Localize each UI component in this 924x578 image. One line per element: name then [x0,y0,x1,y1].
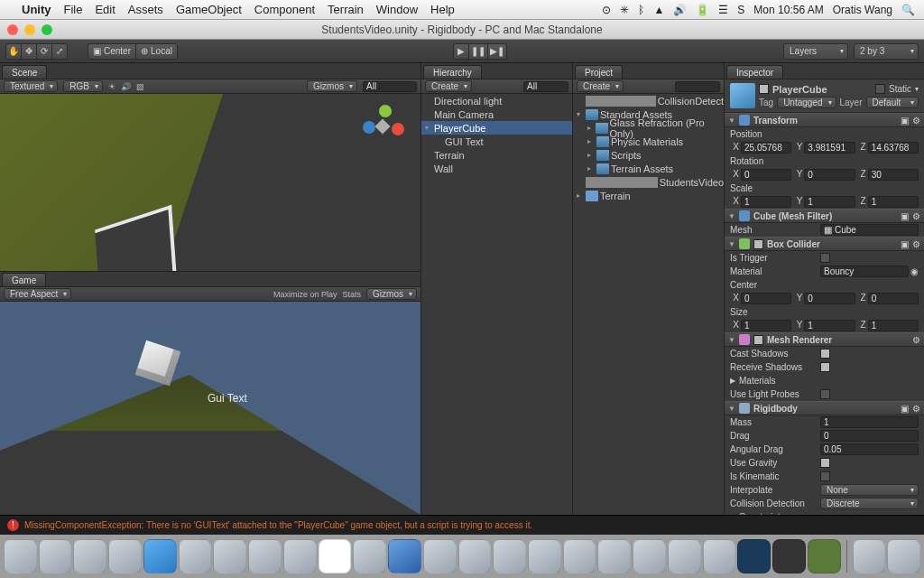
dock-ichat-icon[interactable] [493,539,526,573]
menu-file[interactable]: File [64,3,83,16]
rotate-tool-button[interactable]: ⟳ [36,43,52,60]
menu-component[interactable]: Component [254,3,315,16]
rotation-z-input[interactable]: 30 [868,169,919,181]
iskinematic-checkbox[interactable] [820,471,830,481]
minimize-window-button[interactable] [24,24,35,35]
orientation-gizmo[interactable] [361,105,404,148]
scale-y-input[interactable]: 1 [804,196,855,208]
console-bar[interactable]: ! MissingComponentException: There is no… [0,515,924,535]
project-item[interactable]: StudentsVideo [573,175,724,189]
component-menu-icon[interactable]: ⚙ [912,335,920,345]
dock-chrome-icon[interactable] [597,539,631,573]
dock-contacts-icon[interactable] [283,539,317,573]
dock-app-icon[interactable] [423,539,457,573]
istrigger-checkbox[interactable] [820,253,830,263]
app-menu[interactable]: Unity [22,3,51,16]
mass-input[interactable]: 1 [820,416,919,428]
pause-button[interactable]: ❚❚ [468,43,488,60]
object-picker-icon[interactable]: ◉ [910,266,919,276]
position-x-input[interactable]: 25.05768 [741,142,791,154]
space-toggle[interactable]: ⊕Local [135,43,178,60]
tab-inspector[interactable]: Inspector [726,65,783,79]
dock-calendar-icon[interactable] [319,539,352,573]
project-tree[interactable]: CollisionDetect ▾Standard Assets ▸Glass … [573,94,724,515]
scene-search[interactable]: All [363,81,417,92]
menubar-extra-icon[interactable]: ⊙ [602,4,611,16]
dock-unity-icon[interactable] [772,539,806,573]
dock-photoshop-icon[interactable] [737,539,771,573]
materials-label[interactable]: Materials [739,376,829,386]
translate-gizmo[interactable] [81,261,171,271]
tab-scene[interactable]: Scene [2,65,47,79]
play-button[interactable]: ▶ [453,43,469,60]
collisiondetection-dropdown[interactable]: Discrete [820,498,919,509]
scene-audio-toggle[interactable]: 🔊 [121,82,131,91]
zoom-window-button[interactable] [42,24,52,35]
project-search[interactable] [675,81,720,92]
dock-appstore-icon[interactable] [108,539,142,573]
project-create-dropdown[interactable]: Create [577,80,624,92]
menu-edit[interactable]: Edit [95,3,115,16]
menubar-user[interactable]: Oratis Wang [833,4,892,16]
tab-project[interactable]: Project [575,65,623,79]
dock-mail-icon[interactable] [248,539,282,573]
menubar-bluetooth-icon[interactable]: ᛒ [638,4,644,16]
dock-app-icon[interactable] [528,539,561,573]
help-icon[interactable]: ▣ [901,239,909,249]
dock-folder-icon[interactable] [853,539,886,573]
dock-qq-icon[interactable] [703,539,736,573]
menubar-volume-icon[interactable]: 🔊 [673,4,687,16]
tab-hierarchy[interactable]: Hierarchy [423,65,482,79]
gameobject-active-checkbox[interactable] [759,84,769,94]
rotation-x-input[interactable]: 0 [741,169,791,181]
layers-dropdown[interactable]: Layers [783,43,848,60]
mesh-field[interactable]: ▦Cube [820,224,919,236]
tab-game[interactable]: Game [2,273,46,286]
gameobject-icon[interactable] [730,83,755,108]
project-item[interactable]: ▸Glass Refraction (Pro Only) [573,121,724,135]
dock-finder-icon[interactable] [4,539,37,573]
hierarchy-tree[interactable]: Directional light Main Camera ▾PlayerCub… [421,94,572,515]
dock-app-icon[interactable] [353,539,386,573]
scene-viewport[interactable]: Gui Text [0,94,420,271]
lightprobes-checkbox[interactable] [820,389,830,399]
project-item[interactable]: ▸Scripts [573,148,724,162]
tag-dropdown[interactable]: Untagged [777,97,836,108]
menubar-wifi-icon[interactable]: ▲ [653,4,664,16]
dock-app-icon[interactable] [213,539,246,573]
position-y-input[interactable]: 3.981591 [804,142,855,154]
game-gizmos-dropdown[interactable]: Gizmos [366,288,417,300]
size-y-input[interactable]: 1 [804,320,855,331]
scene-colormode-dropdown[interactable]: RGB [63,80,103,92]
gameobject-name[interactable]: PlayerCube [772,84,827,95]
component-menu-icon[interactable]: ⚙ [912,116,920,126]
meshrenderer-enabled-checkbox[interactable] [753,335,763,345]
game-viewport[interactable]: Gui Text [0,302,420,515]
help-icon[interactable]: ▣ [901,211,909,221]
dock-trash-icon[interactable] [887,539,920,573]
spotlight-icon[interactable]: 🔍 [901,4,915,16]
project-item[interactable]: ▸Terrain [573,189,724,202]
scene-light-toggle[interactable]: ☀ [108,82,116,91]
project-item[interactable]: ▸Terrain Assets [573,162,724,175]
project-item[interactable]: CollisionDetect [573,94,724,107]
scale-x-input[interactable]: 1 [741,196,791,208]
close-window-button[interactable] [7,24,18,35]
scene-shading-dropdown[interactable]: Textured [4,80,58,92]
angulardrag-input[interactable]: 0.05 [820,443,919,455]
menubar-extra-icon[interactable]: ☰ [718,4,728,16]
hierarchy-item[interactable]: Main Camera [421,107,572,121]
scale-tool-button[interactable]: ⤢ [51,43,68,60]
menu-help[interactable]: Help [430,3,455,16]
scene-gizmos-dropdown[interactable]: Gizmos [307,80,357,92]
receiveshadows-checkbox[interactable] [820,362,830,372]
dock-launchpad-icon[interactable] [39,539,72,573]
menubar-extra-icon[interactable]: ✳︎ [620,4,629,16]
component-menu-icon[interactable]: ⚙ [912,239,920,249]
menu-window[interactable]: Window [376,3,418,16]
center-z-input[interactable]: 0 [868,293,919,304]
hand-tool-button[interactable]: ✋ [5,43,22,60]
hierarchy-search[interactable]: All [523,81,568,92]
interpolate-dropdown[interactable]: None [820,484,919,496]
hierarchy-item[interactable]: Directional light [421,94,572,107]
